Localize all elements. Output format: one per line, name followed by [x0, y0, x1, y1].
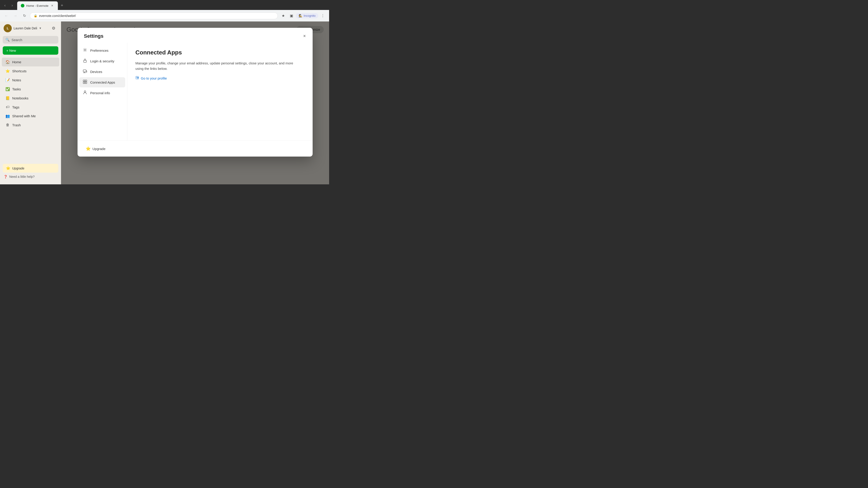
- svg-point-0: [84, 49, 86, 51]
- sidebar-item-notebooks[interactable]: 📒 Notebooks: [2, 94, 59, 103]
- shared-icon: 👥: [5, 114, 10, 118]
- browser-chrome: ‹ › Home - Evernote ✕ + ← → ↻ 🔒 evernote…: [0, 0, 329, 22]
- preferences-icon: [83, 48, 88, 53]
- modal-body: Preferences Login & security: [78, 43, 313, 140]
- login-security-label: Login & security: [90, 59, 114, 63]
- tab-close-button[interactable]: ✕: [50, 4, 54, 8]
- notebooks-icon: 📒: [5, 96, 10, 100]
- menu-button[interactable]: ⋮: [319, 12, 327, 20]
- forward-nav-button[interactable]: ›: [9, 2, 16, 8]
- lock-icon: 🔒: [34, 14, 37, 18]
- personal-info-icon: [83, 90, 88, 96]
- tab-search-button[interactable]: ▣: [288, 12, 295, 20]
- incognito-label: Incognito: [304, 14, 315, 18]
- settings-nav-devices[interactable]: Devices: [79, 67, 125, 77]
- upgrade-button-sidebar[interactable]: ⭐ Upgrade: [3, 164, 58, 173]
- sidebar-item-notebooks-label: Notebooks: [12, 96, 29, 100]
- sidebar-item-shared-label: Shared with Me: [12, 114, 36, 118]
- sidebar: L Lauren Dale Deli ▼ ⚙ 🔍 Search + New 🏠 …: [0, 22, 61, 184]
- sidebar-footer: ⭐ Upgrade ❓ Need a little help?: [0, 162, 61, 184]
- browser-actions: ★ ▣ 🕵 Incognito ⋮: [280, 12, 327, 20]
- settings-page-title: Connected Apps: [135, 49, 305, 56]
- tab-bar: ‹ › Home - Evernote ✕ +: [0, 0, 329, 10]
- incognito-button[interactable]: 🕵 Incognito: [296, 13, 318, 18]
- sidebar-item-home-label: Home: [12, 60, 21, 64]
- help-item[interactable]: ❓ Need a little help?: [3, 173, 58, 181]
- back-nav-button[interactable]: ‹: [2, 2, 8, 8]
- modal-title: Settings: [84, 33, 103, 39]
- settings-nav-login-security[interactable]: Login & security: [79, 56, 125, 66]
- sidebar-item-trash-label: Trash: [12, 123, 21, 127]
- upgrade-settings-label: Upgrade: [92, 147, 105, 151]
- back-button[interactable]: ←: [3, 12, 10, 20]
- settings-gear-button[interactable]: ⚙: [50, 24, 57, 32]
- svg-rect-2: [83, 70, 86, 72]
- go-to-profile-link[interactable]: Go to your profile: [135, 76, 305, 80]
- shortcuts-icon: ⭐: [5, 69, 10, 73]
- settings-content-area: Connected Apps Manage your profile, chan…: [127, 43, 313, 140]
- devices-label: Devices: [90, 70, 102, 74]
- devices-icon: [83, 69, 88, 74]
- new-button[interactable]: + New: [3, 46, 58, 55]
- connected-apps-icon: [83, 79, 88, 85]
- svg-rect-4: [85, 80, 87, 82]
- home-icon: 🏠: [5, 60, 10, 64]
- svg-rect-1: [84, 60, 86, 62]
- connected-apps-label: Connected Apps: [90, 80, 115, 84]
- upgrade-star-icon: ⭐: [86, 146, 91, 151]
- settings-nav-preferences[interactable]: Preferences: [79, 45, 125, 56]
- login-security-icon: [83, 58, 88, 64]
- new-tab-button[interactable]: +: [59, 2, 65, 8]
- modal-close-button[interactable]: ×: [301, 32, 308, 39]
- tab-title: Home - Evernote: [26, 4, 49, 7]
- modal-header: Settings ×: [78, 28, 313, 43]
- trash-icon: 🗑: [5, 123, 10, 127]
- reload-button[interactable]: ↻: [21, 12, 28, 20]
- app-container: L Lauren Dale Deli ▼ ⚙ 🔍 Search + New 🏠 …: [0, 22, 329, 184]
- settings-nav-connected-apps[interactable]: Connected Apps: [79, 77, 125, 88]
- settings-nav-personal-info[interactable]: Personal info: [79, 88, 125, 98]
- url-bar[interactable]: 🔒 evernote.com/client/web#/: [30, 12, 278, 19]
- settings-modal: Settings ×: [78, 28, 313, 157]
- sidebar-item-tags[interactable]: 🏷 Tags: [2, 103, 59, 111]
- preferences-label: Preferences: [90, 48, 108, 53]
- sidebar-search[interactable]: 🔍 Search: [3, 36, 58, 43]
- avatar: L: [4, 24, 12, 32]
- upgrade-button-settings[interactable]: ⭐ Upgrade: [83, 144, 108, 153]
- bookmark-button[interactable]: ★: [280, 12, 287, 20]
- tasks-icon: ✅: [5, 87, 10, 91]
- sidebar-item-shortcuts[interactable]: ⭐ Shortcuts: [2, 67, 59, 75]
- sidebar-header: L Lauren Dale Deli ▼ ⚙: [0, 22, 61, 35]
- sidebar-item-home[interactable]: 🏠 Home: [2, 58, 59, 66]
- sidebar-item-shortcuts-label: Shortcuts: [12, 69, 26, 73]
- avatar-initials: L: [7, 26, 9, 30]
- chevron-down-icon: ▼: [39, 27, 41, 30]
- incognito-icon: 🕵: [299, 14, 302, 18]
- active-tab[interactable]: Home - Evernote ✕: [17, 1, 58, 10]
- sidebar-item-shared[interactable]: 👥 Shared with Me: [2, 111, 59, 121]
- personal-info-label: Personal info: [90, 91, 110, 95]
- modal-overlay[interactable]: Settings ×: [61, 22, 329, 184]
- forward-button[interactable]: →: [12, 12, 19, 20]
- user-info[interactable]: L Lauren Dale Deli ▼: [4, 24, 41, 32]
- tab-favicon: [21, 4, 24, 7]
- main-content: Good afternoon, Lauren! SATURDAY, FEBRUA…: [61, 22, 329, 184]
- sidebar-item-tasks-label: Tasks: [12, 87, 21, 91]
- sidebar-item-trash[interactable]: 🗑 Trash: [2, 121, 59, 129]
- sidebar-item-notes[interactable]: 📝 Notes: [2, 76, 59, 85]
- svg-rect-5: [83, 82, 85, 84]
- search-label: Search: [11, 38, 22, 42]
- address-bar: ← → ↻ 🔒 evernote.com/client/web#/ ★ ▣ 🕵 …: [0, 10, 329, 22]
- svg-rect-3: [83, 80, 85, 82]
- help-label: Need a little help?: [9, 175, 35, 178]
- sidebar-nav: 🏠 Home ⭐ Shortcuts 📝 Notes ✅ Tasks 📒 Not…: [0, 57, 61, 162]
- help-icon: ❓: [4, 175, 7, 178]
- svg-point-7: [84, 91, 86, 92]
- sidebar-item-tags-label: Tags: [12, 105, 20, 109]
- upgrade-icon-sidebar: ⭐: [6, 166, 10, 170]
- upgrade-label-sidebar: Upgrade: [12, 166, 24, 170]
- close-icon: ×: [303, 33, 306, 39]
- sidebar-item-tasks[interactable]: ✅ Tasks: [2, 85, 59, 94]
- settings-sidebar-nav: Preferences Login & security: [78, 43, 127, 140]
- new-button-label: + New: [6, 48, 16, 53]
